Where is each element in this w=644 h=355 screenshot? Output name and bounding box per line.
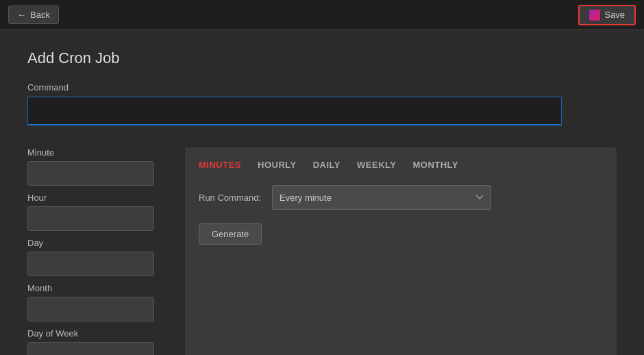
save-button[interactable]: Save xyxy=(578,5,636,25)
form-section: Command MinuteHourDayMonthDay of Week MI… xyxy=(27,82,617,355)
field-label-minute: Minute xyxy=(27,147,164,158)
run-command-row: Run Command: Every minuteEvery 5 minutes… xyxy=(199,185,603,210)
field-group-minute: Minute xyxy=(27,147,164,186)
save-icon xyxy=(589,10,600,21)
save-label: Save xyxy=(604,10,625,20)
tab-daily[interactable]: DAILY xyxy=(313,160,340,170)
page-title: Add Cron Job xyxy=(27,49,617,67)
generate-button[interactable]: Generate xyxy=(199,223,262,245)
run-command-select[interactable]: Every minuteEvery 5 minutesEvery 10 minu… xyxy=(272,185,491,210)
field-label-month: Month xyxy=(27,283,164,293)
field-label-day_of_week: Day of Week xyxy=(27,328,164,339)
back-label: Back xyxy=(30,10,50,20)
tab-minutes[interactable]: MINUTES xyxy=(199,160,241,170)
command-label: Command xyxy=(27,82,617,93)
field-group-day_of_week: Day of Week xyxy=(27,328,164,355)
tab-monthly[interactable]: MONTHLY xyxy=(412,160,458,170)
tab-hourly[interactable]: HOURLY xyxy=(258,160,297,170)
back-arrow-icon: ← xyxy=(17,10,26,20)
schedule-tabs: MINUTESHOURLYDAILYWEEKLYMONTHLY xyxy=(199,160,603,170)
cron-fields: MinuteHourDayMonthDay of Week xyxy=(27,147,164,355)
run-command-label: Run Command: xyxy=(199,193,261,203)
field-group-day: Day xyxy=(27,238,164,276)
field-input-month[interactable] xyxy=(27,297,154,321)
field-group-month: Month xyxy=(27,283,164,321)
field-input-day[interactable] xyxy=(27,252,154,276)
field-input-hour[interactable] xyxy=(27,206,154,231)
command-group: Command xyxy=(27,82,617,125)
schedule-builder: MINUTESHOURLYDAILYWEEKLYMONTHLY Run Comm… xyxy=(185,147,617,355)
command-input[interactable] xyxy=(27,97,562,125)
main-content: Add Cron Job Command MinuteHourDayMonthD… xyxy=(0,30,644,355)
tab-weekly[interactable]: WEEKLY xyxy=(357,160,396,170)
field-input-minute[interactable] xyxy=(27,161,154,186)
field-label-hour: Hour xyxy=(27,193,164,203)
two-col-layout: MinuteHourDayMonthDay of Week MINUTESHOU… xyxy=(27,147,617,355)
field-input-day_of_week[interactable] xyxy=(27,342,154,355)
field-label-day: Day xyxy=(27,238,164,248)
top-bar: ← Back Save xyxy=(0,0,644,30)
back-button[interactable]: ← Back xyxy=(8,5,59,24)
field-group-hour: Hour xyxy=(27,193,164,231)
